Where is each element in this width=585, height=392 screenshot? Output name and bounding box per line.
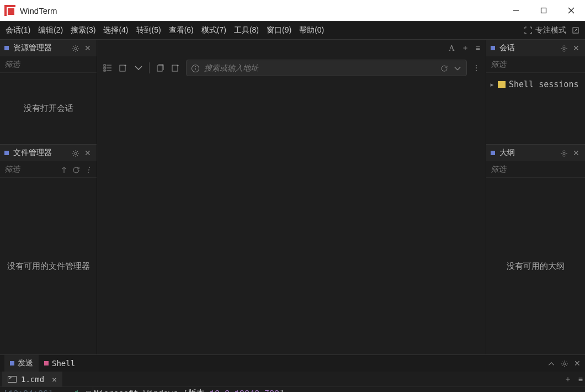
tab-shell[interactable]: Shell	[39, 355, 81, 372]
titlebar: WindTerm	[0, 0, 585, 21]
close-icon[interactable]: ✕	[83, 149, 92, 157]
gear-icon[interactable]	[560, 44, 568, 52]
filter-label: 筛选	[491, 165, 581, 174]
explorer-body: 没有打开会话	[0, 73, 97, 144]
line-number: 1	[61, 388, 83, 392]
svg-rect-1	[541, 8, 546, 13]
gear-icon[interactable]	[71, 44, 80, 52]
popout-icon[interactable]	[572, 27, 579, 34]
menu-view[interactable]: 查看(6)	[169, 25, 194, 35]
sessions-list: ▸ Shell sessions	[486, 73, 585, 96]
panel-dot-icon	[44, 361, 49, 365]
svg-rect-9	[104, 70, 105, 71]
menu-search[interactable]: 搜索(3)	[71, 25, 95, 35]
font-icon[interactable]: A	[449, 44, 455, 53]
url-input[interactable]	[204, 63, 435, 72]
terminal-tab[interactable]: 1.cmd ✕	[2, 372, 62, 386]
filter-label: 筛选	[491, 60, 581, 70]
session-item[interactable]: ▸ Shell sessions	[488, 77, 583, 92]
svg-point-20	[563, 152, 565, 155]
gear-icon[interactable]	[561, 359, 568, 368]
chevron-down-icon[interactable]	[453, 63, 462, 72]
terminal-tab-label: 1.cmd	[21, 375, 44, 384]
menu-lines-icon[interactable]: ≡	[476, 44, 480, 52]
menu-window[interactable]: 窗口(9)	[267, 25, 291, 35]
copy-plus-icon[interactable]	[155, 63, 165, 73]
folder-icon	[498, 81, 506, 88]
explorer-header: 资源管理器 ✕	[0, 40, 97, 56]
close-icon[interactable]: ✕	[572, 149, 581, 157]
menu-mode[interactable]: 模式(7)	[201, 25, 226, 35]
urlbar[interactable]	[186, 60, 467, 76]
menu-help[interactable]: 帮助(0)	[299, 25, 324, 35]
bottom-tabs: 发送 Shell ✕	[0, 355, 585, 372]
line-content: Microsoft Windows [版本 10.0.19042.782]	[94, 388, 585, 392]
bottom-panel: 发送 Shell ✕ 1.cmd ✕ ＋ ≡ [13:04:26] 1 ⊟ Mi…	[0, 354, 585, 392]
info-icon	[191, 63, 200, 72]
svg-point-6	[75, 152, 77, 155]
close-icon[interactable]: ✕	[83, 44, 92, 52]
timestamp: [13:04:26]	[0, 388, 61, 392]
session-toolicons	[103, 62, 180, 73]
minimize-button[interactable]	[502, 0, 530, 21]
add-icon[interactable]: ＋	[461, 43, 469, 53]
up-arrow-icon[interactable]	[60, 165, 68, 173]
chevron-up-icon[interactable]	[547, 359, 555, 368]
gear-icon[interactable]	[71, 149, 80, 157]
explorer-filter[interactable]: 筛选	[0, 56, 97, 73]
menubar: 会话(1) 编辑(2) 搜索(3) 选择(4) 转到(5) 查看(6) 模式(7…	[0, 21, 585, 40]
close-icon[interactable]: ✕	[572, 44, 581, 52]
window-title: WindTerm	[20, 6, 502, 15]
panel-dot-icon	[491, 151, 495, 155]
refresh-icon[interactable]	[72, 165, 80, 173]
new-plus-icon[interactable]	[118, 63, 128, 73]
menu-tool[interactable]: 工具(8)	[234, 25, 259, 35]
right-sidebar: 会话 ✕ 筛选 ▸ Shell sessions 大纲 ✕	[486, 40, 585, 354]
svg-rect-7	[104, 65, 105, 66]
outline-panel: 大纲 ✕ 筛选 没有可用的大纲	[486, 145, 585, 354]
collapse-triangle-icon[interactable]: ▸	[490, 80, 494, 89]
outline-header: 大纲 ✕	[486, 145, 585, 161]
menu-select[interactable]: 选择(4)	[103, 25, 128, 35]
menu-session[interactable]: 会话(1)	[6, 25, 30, 35]
center-toolbar: A ＋ ≡	[97, 40, 486, 56]
svg-rect-14	[157, 66, 162, 71]
more-icon[interactable]: ⋮	[472, 63, 480, 72]
svg-point-18	[195, 66, 196, 67]
tab-send[interactable]: 发送	[4, 355, 39, 372]
filter-label: 筛选	[4, 165, 56, 174]
fold-icon[interactable]: ⊟	[83, 388, 94, 392]
menu-edit[interactable]: 编辑(2)	[38, 25, 63, 35]
tab-close-icon[interactable]: ✕	[52, 375, 56, 384]
tab-send-label: 发送	[18, 358, 33, 368]
sessions-header: 会话 ✕	[486, 40, 585, 56]
menu-lines-icon[interactable]: ≡	[578, 375, 583, 384]
svg-rect-8	[104, 67, 105, 69]
menu-goto[interactable]: 转到(5)	[136, 25, 161, 35]
panel-dot-icon	[4, 151, 9, 155]
sessions-filter[interactable]: 筛选	[486, 56, 585, 73]
outline-title: 大纲	[499, 148, 556, 158]
center-area: A ＋ ≡ ⋮	[97, 40, 486, 354]
explorer-panel: 资源管理器 ✕ 筛选 没有打开会话	[0, 40, 97, 145]
svg-rect-13	[120, 65, 125, 71]
focus-mode-button[interactable]: 专注模式	[524, 25, 566, 35]
filemgr-header: 文件管理器 ✕	[0, 145, 97, 161]
reload-icon[interactable]	[440, 63, 449, 72]
gear-icon[interactable]	[560, 149, 568, 157]
filemgr-body: 没有可用的文件管理器	[0, 178, 97, 354]
close-icon[interactable]: ✕	[574, 359, 581, 368]
chevron-down-icon[interactable]	[134, 63, 143, 73]
list-icon[interactable]	[103, 63, 113, 73]
terminal-body[interactable]: [13:04:26] 1 ⊟ Microsoft Windows [版本 10.…	[0, 387, 585, 392]
sessions-panel: 会话 ✕ 筛选 ▸ Shell sessions	[486, 40, 585, 145]
maximize-button[interactable]	[530, 0, 557, 21]
sessions-title: 会话	[499, 43, 556, 53]
add-icon[interactable]: ＋	[564, 374, 572, 384]
outline-filter[interactable]: 筛选	[486, 161, 585, 178]
newtab-plus-icon[interactable]	[171, 63, 180, 73]
explorer-title: 资源管理器	[13, 43, 68, 53]
more-icon[interactable]: ⋮	[84, 165, 92, 174]
tab-shell-label: Shell	[52, 359, 75, 368]
close-button[interactable]	[557, 0, 585, 21]
